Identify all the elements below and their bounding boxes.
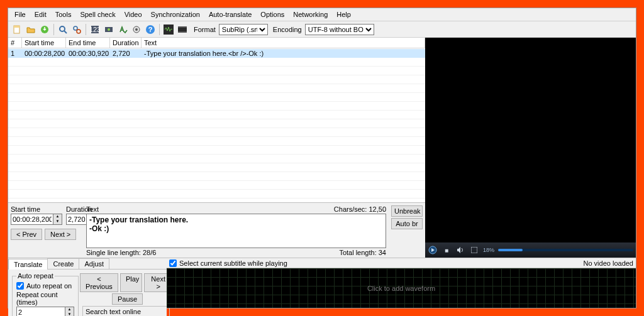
video-controls: ■ 18% <box>425 242 636 258</box>
settings-icon[interactable] <box>130 23 143 36</box>
cell-text: -Type your translation here.<br />-Ok :) <box>142 49 425 58</box>
translate-previous-button[interactable]: < Previous <box>80 273 118 292</box>
waveform-area[interactable]: Click to add waveform <box>167 268 636 308</box>
toolbar: 123 ? Format SubRip (.srt) Encoding UTF-… <box>8 21 636 38</box>
menu-file[interactable]: File <box>11 9 30 19</box>
fix-errors-icon[interactable]: 123 <box>89 23 101 36</box>
svg-point-10 <box>108 28 110 31</box>
single-line-length: Single line length: 28/6 <box>86 249 156 256</box>
prev-button[interactable]: < Prev <box>11 229 42 240</box>
menu-spellcheck[interactable]: Spell check <box>76 9 119 19</box>
menu-synchronization[interactable]: Synchronization <box>147 9 204 19</box>
video-icon[interactable] <box>176 23 189 36</box>
save-icon[interactable] <box>38 23 51 36</box>
video-progress[interactable] <box>498 249 633 251</box>
translate-play-button[interactable]: Play <box>120 273 143 292</box>
svg-line-4 <box>64 31 67 33</box>
col-num[interactable]: # <box>8 38 22 48</box>
tab-adjust[interactable]: Adjust <box>79 258 109 269</box>
menu-networking[interactable]: Networking <box>289 9 331 19</box>
menubar: File Edit Tools Spell check Video Synchr… <box>8 8 636 21</box>
stop-icon[interactable]: ■ <box>441 245 452 255</box>
start-time-input[interactable] <box>11 214 53 225</box>
menu-tools[interactable]: Tools <box>52 9 75 19</box>
svg-point-12 <box>135 28 138 31</box>
chars-sec-label: Chars/sec: 12,50 <box>334 205 386 213</box>
no-video-label: No video loaded <box>583 259 633 267</box>
format-select[interactable]: SubRip (.srt) <box>219 24 268 35</box>
encoding-select[interactable]: UTF-8 without BOM <box>305 24 374 35</box>
find-icon[interactable] <box>57 23 69 36</box>
repeat-count-label: Repeat count (times) <box>16 291 74 306</box>
select-current-checkbox[interactable]: Select current subtitle while playing <box>169 259 287 267</box>
col-text[interactable]: Text <box>142 38 425 48</box>
volume-icon[interactable] <box>455 245 465 255</box>
format-label: Format <box>194 26 216 33</box>
menu-options[interactable]: Options <box>257 9 288 19</box>
text-label: Text <box>86 205 99 213</box>
auto-repeat-group: Auto repeat Auto repeat on Repeat count … <box>12 272 79 316</box>
open-file-icon[interactable] <box>25 23 37 36</box>
translate-pause-button[interactable]: Pause <box>112 293 143 305</box>
cell-dur: 2,720 <box>110 49 142 58</box>
new-file-icon[interactable] <box>11 23 23 36</box>
svg-rect-20 <box>471 247 477 253</box>
auto-repeat-checkbox[interactable]: Auto repeat on <box>16 282 74 290</box>
cell-num: 1 <box>8 49 22 58</box>
edit-pane: Start time ▲▼ Duration ▲▼ < Prev Next > <box>8 202 425 258</box>
subtitle-text-input[interactable] <box>86 214 386 248</box>
unbreak-button[interactable]: Unbreak <box>391 205 423 217</box>
col-start[interactable]: Start time <box>22 38 66 48</box>
search-online-label: Search text online <box>86 308 167 315</box>
svg-point-3 <box>60 26 65 31</box>
col-end[interactable]: End time <box>66 38 110 48</box>
repeat-count-spinner[interactable]: ▲▼ <box>65 307 74 316</box>
autobr-button[interactable]: Auto br <box>391 218 423 229</box>
help-icon[interactable]: ? <box>144 23 157 36</box>
auto-repeat-legend: Auto repeat <box>16 272 55 280</box>
video-display[interactable] <box>425 38 636 242</box>
video-pct: 18% <box>483 247 494 253</box>
svg-text:?: ? <box>148 26 153 33</box>
search-online-group: Search text online <box>82 306 170 316</box>
cell-end: 00:00:30,920 <box>66 49 110 58</box>
replace-icon[interactable] <box>70 23 83 36</box>
repeat-count-input[interactable] <box>16 307 65 316</box>
fullscreen-icon[interactable] <box>469 245 479 255</box>
subtitle-grid[interactable]: # Start time End time Duration Text 1 00… <box>8 38 425 202</box>
svg-point-5 <box>74 26 77 30</box>
svg-rect-17 <box>178 26 187 28</box>
visual-sync-icon[interactable] <box>103 23 115 36</box>
encoding-label: Encoding <box>273 26 302 33</box>
tab-create[interactable]: Create <box>47 258 79 269</box>
col-dur[interactable]: Duration <box>110 38 142 48</box>
video-pane: ■ 18% <box>425 38 636 258</box>
svg-rect-18 <box>178 31 187 33</box>
tab-translate[interactable]: Translate <box>8 259 48 270</box>
tab-strip: Translate Create Adjust <box>8 258 167 270</box>
start-time-spinner[interactable]: ▲▼ <box>53 214 62 225</box>
menu-video[interactable]: Video <box>121 9 146 19</box>
menu-autotranslate[interactable]: Auto-translate <box>205 9 255 19</box>
start-time-label: Start time <box>11 205 62 213</box>
total-length: Total length: 34 <box>339 249 386 256</box>
waveform-placeholder: Click to add waveform <box>367 285 435 292</box>
waveform-icon[interactable] <box>162 23 175 36</box>
cell-start: 00:00:28,200 <box>22 49 66 58</box>
waveform-toolbar: Select current subtitle while playing No… <box>167 258 636 268</box>
menu-help[interactable]: Help <box>333 9 355 19</box>
spellcheck-icon[interactable] <box>116 23 129 36</box>
svg-rect-1 <box>14 26 19 28</box>
menu-edit[interactable]: Edit <box>31 9 50 19</box>
table-row[interactable]: 1 00:00:28,200 00:00:30,920 2,720 -Type … <box>8 49 425 58</box>
svg-text:123: 123 <box>90 26 100 33</box>
play-icon[interactable] <box>428 245 438 255</box>
svg-point-6 <box>77 30 80 33</box>
next-button[interactable]: Next > <box>45 229 76 240</box>
